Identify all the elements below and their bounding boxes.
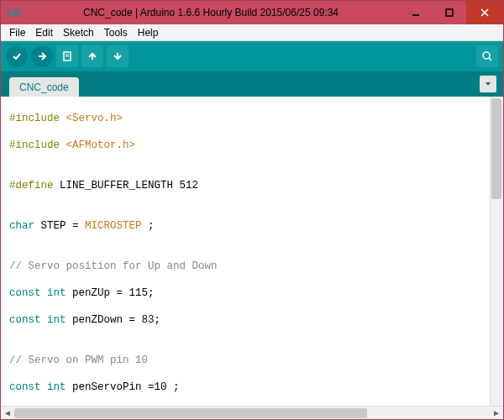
menu-sketch[interactable]: Sketch [58, 25, 99, 40]
serial-monitor-button[interactable] [476, 45, 498, 67]
arrow-up-icon [87, 50, 98, 62]
svg-rect-0 [412, 14, 419, 16]
titlebar[interactable]: CNC_code | Arduino 1.6.6 Hourly Build 20… [1, 1, 503, 24]
svg-point-5 [483, 52, 490, 59]
menu-file[interactable]: File [4, 25, 30, 40]
arduino-window: CNC_code | Arduino 1.6.6 Hourly Build 20… [0, 0, 504, 420]
tabbar: CNC_code [1, 71, 503, 97]
menu-tools[interactable]: Tools [99, 25, 133, 40]
svg-rect-1 [446, 9, 453, 16]
svg-line-6 [489, 58, 491, 60]
minimize-button[interactable] [399, 1, 433, 24]
triangle-down-icon [484, 80, 492, 88]
scroll-right-icon[interactable]: ► [490, 407, 503, 420]
menu-edit[interactable]: Edit [30, 25, 58, 40]
vertical-scrollbar[interactable] [490, 97, 503, 406]
arrow-down-icon [112, 50, 123, 62]
menu-help[interactable]: Help [133, 25, 164, 40]
upload-button[interactable] [31, 45, 53, 67]
tab-menu-button[interactable] [480, 76, 496, 92]
tab-cnc-code[interactable]: CNC_code [9, 77, 79, 97]
serial-monitor-icon [481, 50, 493, 62]
save-sketch-button[interactable] [107, 45, 129, 67]
scroll-left-icon[interactable]: ◄ [1, 407, 14, 420]
arrow-right-icon [36, 50, 48, 62]
horizontal-scroll-thumb[interactable] [14, 408, 367, 418]
arduino-logo-icon [6, 4, 23, 21]
maximize-button[interactable] [433, 1, 466, 24]
verify-button[interactable] [6, 45, 28, 67]
close-button[interactable] [466, 1, 503, 24]
toolbar [1, 41, 503, 71]
horizontal-scrollbar[interactable]: ◄ ► [1, 406, 503, 419]
window-title: CNC_code | Arduino 1.6.6 Hourly Build 20… [23, 7, 399, 18]
window-controls [399, 1, 503, 24]
open-sketch-button[interactable] [81, 45, 103, 67]
check-icon [11, 50, 23, 62]
new-sketch-button[interactable] [56, 45, 78, 67]
vertical-scroll-thumb[interactable] [491, 98, 501, 199]
editor-area: #include <Servo.h> #include <AFMotor.h> … [1, 97, 503, 419]
file-icon [61, 50, 73, 62]
code-editor[interactable]: #include <Servo.h> #include <AFMotor.h> … [1, 97, 503, 406]
menubar: File Edit Sketch Tools Help [1, 24, 503, 41]
